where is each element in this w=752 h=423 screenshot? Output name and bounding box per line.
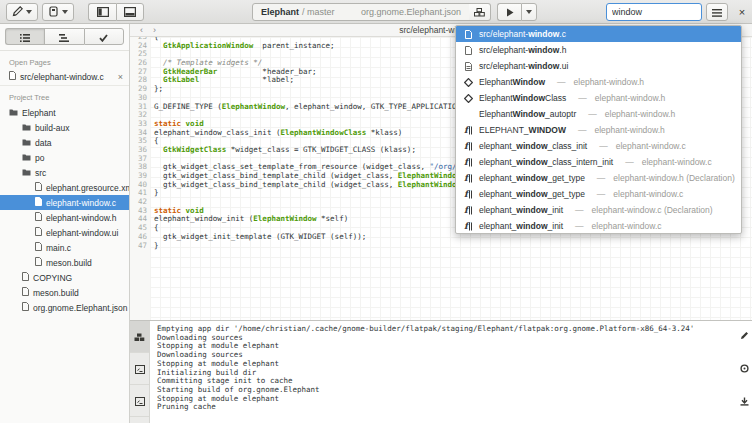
header-bar: Elephant / master org.gnome.Elephant.jso… — [0, 0, 752, 24]
file-icon — [35, 212, 42, 223]
tree-item-build-aux[interactable]: build-aux — [0, 120, 129, 135]
result-detail: elephant-window.c (Declaration) — [592, 205, 713, 215]
file-icon — [35, 227, 42, 238]
close-page-icon[interactable]: × — [118, 72, 123, 82]
check-icon — [99, 28, 108, 46]
build-log[interactable]: Emptying app dir '/home/christian/.cache… — [150, 321, 752, 423]
tab-todo[interactable] — [84, 28, 124, 45]
window-close-button[interactable]: × — [734, 3, 750, 21]
result-label: elephant_window_get_type — [479, 189, 585, 199]
menu-button[interactable] — [706, 3, 728, 21]
folder-icon — [22, 153, 31, 163]
result-label: elephant_window_get_type — [479, 173, 585, 183]
file-icon — [35, 242, 42, 253]
search-result-item[interactable]: felephant_window_get_type—elephant-windo… — [456, 170, 741, 186]
open-page-label: src/elephant-window.c — [20, 72, 104, 82]
terminal-icon — [135, 392, 145, 410]
result-detail: elephant-window.c — [592, 221, 662, 231]
hamburger-icon — [712, 3, 722, 21]
tree-item-elephant[interactable]: Elephant — [0, 105, 129, 120]
file-icon — [463, 30, 473, 39]
device-icon — [48, 3, 59, 21]
search-result-item[interactable]: src/elephant-window.ui — [456, 58, 741, 74]
clear-log-icon[interactable] — [740, 326, 749, 344]
tree-item-elephant-gresource-xml[interactable]: elephant.gresource.xml — [0, 180, 129, 195]
line-number: 47 — [130, 242, 147, 251]
run-options-button[interactable] — [521, 3, 537, 21]
tree-item-label: elephant-window.c — [46, 198, 116, 208]
tree-item-label: org.gnome.Elephant.json — [33, 303, 128, 313]
tree-item-label: data — [35, 138, 52, 148]
terminal-tab[interactable] — [130, 353, 149, 385]
tree-item-elephant-window-ui[interactable]: elephant-window.ui — [0, 225, 129, 240]
terminal-2-tab[interactable] — [130, 385, 149, 417]
left-sidebar: Open Pages src/elephant-window.c × Proje… — [0, 24, 130, 423]
search-result-item[interactable]: src/elephant-window.h — [456, 42, 741, 58]
separator-dash: — — [575, 221, 584, 231]
search-result-item[interactable]: felephant_window_class_init—elephant-win… — [456, 138, 741, 154]
result-label: elephant_window_class_init — [479, 141, 587, 151]
tree-item-data[interactable]: data — [0, 135, 129, 150]
list-icon — [20, 28, 30, 46]
func-icon: f — [463, 190, 473, 199]
tab-project-tree[interactable] — [44, 28, 83, 45]
run-button[interactable] — [497, 3, 521, 21]
search-result-item[interactable]: ElephantWindow_autoptr—elephant-window.h — [456, 106, 741, 122]
result-detail: elephant-window.h — [605, 109, 675, 119]
func-icon: f — [463, 142, 473, 151]
search-result-item[interactable]: fELEPHANT_WINDOW—elephant-window.h — [456, 122, 741, 138]
tree-item-label: elephant-window.h — [46, 213, 116, 223]
code-line: } — [154, 242, 752, 251]
file-icon — [9, 71, 16, 82]
build-button[interactable] — [469, 3, 491, 21]
device-selector-button[interactable] — [42, 3, 74, 21]
settings-icon[interactable] — [740, 359, 749, 377]
tree-item-org-gnome-elephant-json[interactable]: org.gnome.Elephant.json — [0, 300, 129, 315]
tree-item-elephant-window-c[interactable]: elephant-window.c — [0, 195, 129, 210]
toggle-left-panel-button[interactable] — [88, 3, 116, 21]
open-pages-label: Open Pages — [9, 58, 129, 67]
file-icon — [35, 197, 42, 208]
build-log-text: Emptying app dir '/home/christian/.cache… — [157, 325, 752, 412]
search-result-item[interactable]: felephant_window_init—elephant-window.c — [456, 218, 741, 234]
folder-icon — [9, 108, 18, 118]
result-label: elephant_window_class_intern_init — [479, 157, 613, 167]
separator-dash: — — [578, 125, 587, 135]
separator-dash: — — [625, 157, 634, 167]
search-result-item[interactable]: felephant_window_class_intern_init—eleph… — [456, 154, 741, 170]
search-result-item[interactable]: felephant_window_get_type—elephant-windo… — [456, 186, 741, 202]
result-label: elephant_window_init — [479, 205, 563, 215]
tree-item-copying[interactable]: COPYING — [0, 270, 129, 285]
build-log-line: Emptying app dir '/home/christian/.cache… — [157, 325, 752, 334]
result-label: ElephantWindow — [479, 77, 545, 87]
tree-item-po[interactable]: po — [0, 150, 129, 165]
search-result-item[interactable]: ElephantWindowClass—elephant-window.h — [456, 90, 741, 106]
file-icon — [463, 46, 473, 55]
tab-open-pages[interactable] — [5, 28, 44, 45]
tree-item-meson-build[interactable]: meson.build — [0, 285, 129, 300]
separator-dash: — — [575, 205, 584, 215]
func-icon: f — [463, 126, 473, 135]
tree-item-main-c[interactable]: main.c — [0, 240, 129, 255]
omnibar[interactable]: Elephant / master org.gnome.Elephant.jso… — [252, 3, 470, 21]
toggle-bottom-panel-button[interactable] — [116, 3, 144, 21]
build-log-line: Pruning cache — [157, 403, 752, 412]
func-icon: f — [463, 158, 473, 167]
tree-item-label: elephant-window.ui — [46, 228, 118, 238]
save-log-icon[interactable] — [740, 392, 749, 410]
line-number-gutter: 2324252627282930313233343536373839404142… — [130, 37, 150, 320]
search-input[interactable] — [606, 3, 702, 21]
open-page-item[interactable]: src/elephant-window.c × — [0, 70, 129, 86]
tree-item-elephant-window-h[interactable]: elephant-window.h — [0, 210, 129, 225]
terminal-icon — [135, 360, 145, 378]
separator-dash: — — [597, 173, 606, 183]
search-result-item[interactable]: felephant_window_init—elephant-window.c … — [456, 202, 741, 218]
search-result-item[interactable]: src/elephant-window.c — [456, 26, 741, 42]
perspective-selector-button[interactable] — [6, 3, 38, 21]
build-output-tab[interactable] — [130, 321, 149, 353]
project-name: Elephant — [261, 7, 299, 17]
search-result-item[interactable]: ElephantWindow—elephant-window.h — [456, 74, 741, 90]
tree-item-meson-build[interactable]: meson.build — [0, 255, 129, 270]
bottom-panel-tab-rail — [130, 321, 150, 423]
tree-item-src[interactable]: src — [0, 165, 129, 180]
